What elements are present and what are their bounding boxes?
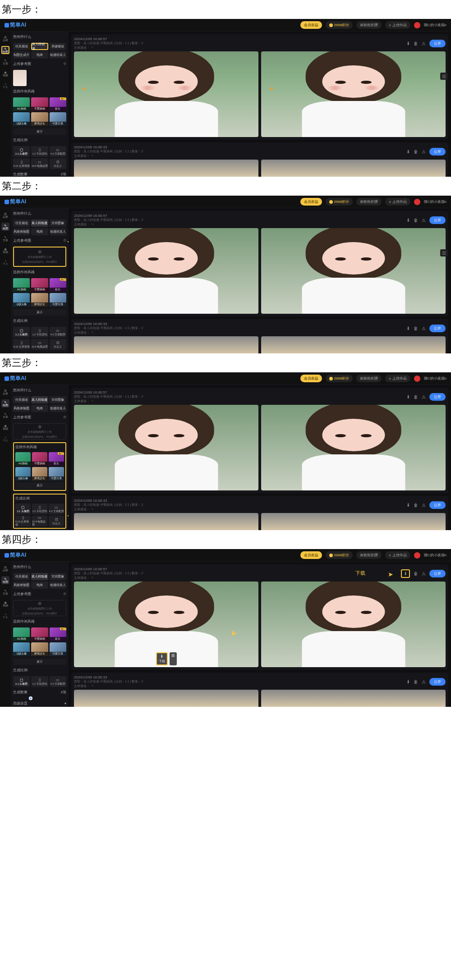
warn-icon[interactable]: ⚠ <box>422 41 426 46</box>
edit-icon[interactable]: ✎ <box>91 46 94 50</box>
activity-button[interactable]: 体验抢积攒 <box>356 198 382 206</box>
ratio-9-16[interactable]: ▯9:16 全屏海报 <box>13 158 30 169</box>
delete-icon[interactable]: 🗑 <box>414 149 418 154</box>
publish-button[interactable]: 公开 <box>429 40 446 47</box>
upload-zone[interactable]: ⊕点击或拖拽图片上传仅限20M以内JPG、PNG图片 <box>13 600 66 616</box>
vip-button[interactable]: 会员权益 <box>300 198 322 206</box>
publish-button[interactable]: 公开 <box>429 501 446 509</box>
settings-icon[interactable]: ⚙ <box>63 592 66 596</box>
ratio-1-1[interactable]: ▢1:1 头像图 <box>13 146 30 157</box>
rail-personal[interactable]: ♀个人 <box>1 258 9 266</box>
tab-ecommerce[interactable]: 电商 <box>31 51 48 59</box>
style-1[interactable]: AG插画 <box>13 278 30 292</box>
publish-button[interactable]: 公开 <box>429 325 446 332</box>
download-icon[interactable]: ⬇ <box>406 218 410 223</box>
settings-icon[interactable]: ⚙ <box>63 238 66 243</box>
delete-icon[interactable]: 🗑 <box>414 394 418 399</box>
rail-draw[interactable]: ✎绘图 <box>1 399 9 408</box>
tab-anime-to-real[interactable]: 动漫转真人 <box>50 51 66 59</box>
upload-work-button[interactable]: ± 上传作品 <box>385 551 410 559</box>
warn-icon[interactable]: ⚠ <box>422 218 426 223</box>
activity-button[interactable]: 体验抢积攒 <box>356 551 382 559</box>
edit-icon[interactable]: ✎ <box>91 154 94 158</box>
avatar[interactable] <box>414 552 420 559</box>
download-icon[interactable]: ⬇ <box>406 41 410 46</box>
avatar[interactable] <box>414 22 420 28</box>
style-4[interactable]: Q版头像 <box>13 293 30 307</box>
edit-icon[interactable]: ✎ <box>91 576 94 580</box>
ratio-9-16[interactable]: ▯9:16 全屏海报 <box>13 339 30 350</box>
edit-icon[interactable]: ✎ <box>91 399 94 403</box>
rail-category[interactable]: ⊞品类 <box>1 388 9 396</box>
side-settings-icon[interactable]: ☰ <box>440 249 447 256</box>
download-icon[interactable]: ⬇ <box>401 569 410 578</box>
style-3[interactable]: 热门欲女 <box>50 97 66 111</box>
publish-button[interactable]: 公开 <box>429 678 446 686</box>
side-settings-icon[interactable]: ☰ <box>440 73 447 80</box>
style-1[interactable]: AG插画 <box>13 97 30 111</box>
style-3[interactable]: 热门欲女 <box>50 278 66 292</box>
edit-icon[interactable]: ✎ <box>91 684 94 688</box>
credits-badge[interactable]: 2686积分 <box>326 551 353 559</box>
avatar[interactable] <box>414 199 420 205</box>
vip-button[interactable]: 会员权益 <box>300 375 322 382</box>
ref-thumb-1[interactable] <box>13 70 27 86</box>
vip-button[interactable]: 会员权益 <box>300 21 322 29</box>
gen-image-1[interactable] <box>74 51 258 137</box>
warn-icon[interactable]: ⚠ <box>422 394 426 399</box>
delete-icon[interactable]: 🗑 <box>414 41 418 46</box>
style-more[interactable]: 展开 <box>13 309 66 316</box>
vip-button[interactable]: 会员权益 <box>300 551 322 559</box>
rail-article[interactable]: ✎文章 <box>1 411 9 419</box>
rail-draw[interactable]: ✎绘图 <box>1 576 9 584</box>
credits-badge[interactable]: 2686积分 <box>326 21 353 29</box>
gen-image-2[interactable] <box>261 228 446 314</box>
upload-work-button[interactable]: ± 上传作品 <box>385 375 410 382</box>
download-icon[interactable]: ⬇ <box>406 149 410 154</box>
delete-icon[interactable]: 🗑 <box>414 218 418 223</box>
warn-icon[interactable]: ⚠ <box>422 149 426 154</box>
rail-personal[interactable]: ♀个人 <box>1 611 9 619</box>
image-more-button[interactable]: ⊞ <box>170 652 177 665</box>
gen-image-1[interactable]: ⬇下载 ⊞ <box>74 582 258 667</box>
delete-icon[interactable]: 🗑 <box>414 503 418 508</box>
rail-personal[interactable]: ♀个人 <box>1 81 9 89</box>
gen-image-3[interactable] <box>74 160 258 177</box>
rail-article[interactable]: ✎文章 <box>1 58 9 66</box>
download-icon[interactable]: ⬇ <box>406 503 410 508</box>
publish-button[interactable]: 公开 <box>429 216 446 224</box>
ratio-16-9[interactable]: ▭16:9 电脑桌面 <box>31 339 48 350</box>
credits-badge[interactable]: 2686积分 <box>326 198 353 206</box>
edit-icon[interactable]: ✎ <box>91 508 94 511</box>
rail-article[interactable]: ✎文章 <box>1 588 9 596</box>
publish-button[interactable]: 公开 <box>429 148 446 156</box>
style-2[interactable]: 平面插画 <box>31 278 48 292</box>
tab-anime-to-real[interactable]: 动漫转真人 <box>50 228 66 235</box>
activity-button[interactable]: 体验抢积攒 <box>356 375 382 382</box>
tab-image-gen[interactable]: 制图生成片 <box>13 51 30 59</box>
tab-key-desc[interactable]: 关键描述 <box>50 43 66 50</box>
credits-badge[interactable]: 2686积分 <box>326 375 353 382</box>
ratio-1-2[interactable]: ▯1:2 手机壁纸 <box>31 327 48 338</box>
settings-icon[interactable]: ⚙ <box>63 62 66 66</box>
style-5[interactable]: 梦境沙女 <box>31 293 48 307</box>
warn-icon[interactable]: ⚠ <box>422 326 426 331</box>
upload-work-button[interactable]: ± 上传作品 <box>385 21 410 29</box>
edit-icon[interactable]: ✎ <box>91 331 94 334</box>
rail-draw[interactable]: ✎绘图 <box>1 46 9 54</box>
style-2[interactable]: 平面插画 <box>31 97 48 111</box>
rail-personal[interactable]: ♀个人 <box>1 435 9 443</box>
settings-icon[interactable]: ⚙ <box>63 415 66 419</box>
warn-icon[interactable]: ⚠ <box>422 503 426 508</box>
delete-icon[interactable]: 🗑 <box>414 326 418 331</box>
delete-icon[interactable]: 🗑 <box>414 571 418 576</box>
edit-icon[interactable]: ✎ <box>91 223 94 226</box>
tab-real-to-anime[interactable]: 真人转动漫 <box>31 220 48 227</box>
upload-zone[interactable]: ⊕ 点击或拖拽图片上传 仅限20M以内JPG、PNG图片 <box>13 423 66 440</box>
rail-video[interactable]: ◉视频 <box>1 69 9 78</box>
ratio-1-2[interactable]: ▯1:2 手机壁纸 <box>31 146 48 157</box>
rail-category[interactable]: ⊞品类 <box>1 34 9 42</box>
rail-category[interactable]: ⊞品类 <box>1 211 9 219</box>
download-icon[interactable]: ⬇ <box>406 679 410 684</box>
rail-article[interactable]: ✎文章 <box>1 234 9 243</box>
